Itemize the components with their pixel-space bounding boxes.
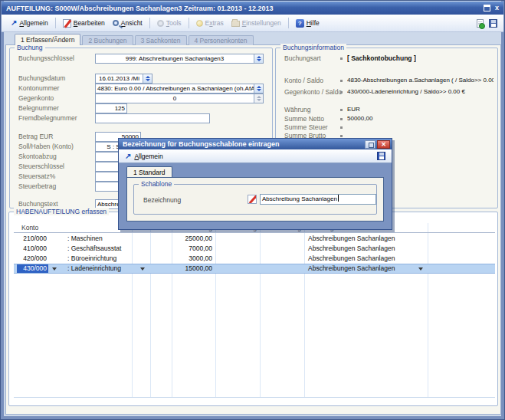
buchungsinformation-group-title: Buchungsinformation bbox=[280, 44, 346, 51]
tab-sachkonten[interactable]: 3 Sachkonten bbox=[135, 35, 187, 45]
steuersatz-label: Steuersatz% bbox=[18, 172, 93, 182]
dropdown-arrow-icon[interactable] bbox=[140, 267, 145, 271]
tools-icon bbox=[157, 20, 164, 27]
spinner-icon[interactable] bbox=[254, 54, 263, 63]
buchungsdatum-select[interactable]: 16.01.2013 /Mi bbox=[95, 74, 152, 84]
fremdbelegnummer-input[interactable] bbox=[95, 113, 210, 123]
bullet-icon bbox=[340, 135, 343, 137]
selected-konto-cell[interactable]: 430/000 bbox=[17, 264, 48, 273]
dialog-close-icon[interactable] bbox=[377, 140, 390, 149]
menu-separator bbox=[55, 18, 56, 28]
window-title: AUFTEILUNG: S000W/Abschreibungen Sachanl… bbox=[6, 5, 484, 12]
waehrung-value: EUR bbox=[347, 105, 494, 114]
dialog-restore-icon[interactable] bbox=[365, 140, 375, 149]
title-bar[interactable]: AUFTEILUNG: S000W/Abschreibungen Sachanl… bbox=[2, 2, 503, 15]
dropdown-arrow-icon[interactable] bbox=[52, 267, 57, 271]
form-row: Kontonummer 4830: Euro 0.00 / Abschreibu… bbox=[11, 84, 271, 94]
dialog-tab-standard[interactable]: 1 Standard bbox=[126, 166, 172, 177]
menu-einstellungen: Einstellungen bbox=[228, 18, 284, 28]
steuerbetrag-label: Steuerbetrag bbox=[18, 182, 93, 192]
tab-personenkonten[interactable]: 4 Personenkonten bbox=[189, 35, 254, 45]
dialog-menu-allgemein[interactable]: Allgemein bbox=[134, 153, 162, 160]
edit-icon bbox=[63, 19, 71, 28]
help-icon bbox=[296, 19, 304, 28]
arrow-ne-icon bbox=[125, 153, 131, 160]
table-row-selected[interactable]: 430/000 : Ladeneinrichtung 15000,00 Absc… bbox=[14, 264, 495, 274]
schablone-dialog: Bezeichnung für Buchungsschablone eintra… bbox=[118, 138, 392, 230]
tab-erfassen-aendern[interactable]: 1 Erfassen/Ändern bbox=[15, 34, 80, 45]
table-row[interactable]: 210/000 : Maschinen 25000,00 Abschreibun… bbox=[14, 234, 495, 244]
info-row: Gegenkonto / Saldo 430/000-Ladeneinricht… bbox=[277, 87, 497, 97]
menu-separator bbox=[149, 18, 150, 28]
betrag-label: Betrag EUR bbox=[18, 132, 93, 142]
tab-buchungen[interactable]: 2 Buchungen bbox=[82, 35, 133, 45]
menu-separator bbox=[189, 18, 189, 28]
dialog-title: Bezeichnung für Buchungsschablone eintra… bbox=[123, 139, 365, 149]
skontoabzug-label: Skontoabzug bbox=[18, 152, 93, 162]
sollhaben-label: Soll/Haben (Konto) bbox=[18, 142, 93, 152]
new-document-icon[interactable] bbox=[477, 19, 484, 28]
grid-line bbox=[14, 397, 495, 398]
habenaufteilung-group: HABENAUFTEILUNG erfassen Konto St.S St.%… bbox=[8, 212, 498, 406]
buchungsart-value: [ Sachkontobuchung ] bbox=[347, 54, 494, 63]
spinner-icon[interactable] bbox=[143, 74, 152, 83]
menu-bar: Allgemein Bearbeiten Ansicht Tools Extra… bbox=[2, 15, 503, 32]
info-row: Währung EUR bbox=[277, 105, 497, 114]
restore-icon[interactable] bbox=[484, 5, 490, 11]
bullet-icon bbox=[340, 80, 343, 82]
bezeichnung-label: Bezeichnung bbox=[143, 196, 181, 204]
table-row[interactable]: 420/000 : Büroeinrichtung 3000,00 Abschr… bbox=[14, 254, 495, 264]
info-row: Konto / Saldo 4830-Abschreibungen a.Sach… bbox=[277, 76, 497, 85]
dialog-title-bar[interactable]: Bezeichnung für Buchungsschablone eintra… bbox=[119, 139, 392, 149]
save-icon[interactable] bbox=[489, 19, 497, 28]
table-row[interactable]: 410/000 : Geschäftsausstat 7000,00 Absch… bbox=[14, 244, 495, 254]
schablone-group: Schablone Bezeichnung Abschreibung Sacha… bbox=[133, 184, 377, 215]
app-window: AUFTEILUNG: S000W/Abschreibungen Sachanl… bbox=[0, 0, 505, 420]
bulb-icon bbox=[196, 20, 203, 27]
menu-separator bbox=[288, 18, 289, 28]
tab-bar: 1 Erfassen/Ändern 2 Buchungen 3 Sachkont… bbox=[15, 34, 255, 45]
form-row: Belegnummer 125 bbox=[11, 103, 271, 113]
bezeichnung-input[interactable]: Abschreibung Sachanlagen bbox=[260, 194, 376, 205]
dialog-panel: Schablone Bezeichnung Abschreibung Sacha… bbox=[126, 177, 384, 221]
kontonummer-label: Kontonummer bbox=[18, 84, 93, 94]
info-row: Buchungsart [ Sachkontobuchung ] bbox=[277, 54, 497, 63]
gegenkonto-select[interactable]: 0 bbox=[95, 94, 264, 103]
menu-hilfe[interactable]: Hilfe bbox=[293, 18, 323, 29]
menu-bearbeiten[interactable]: Bearbeiten bbox=[60, 18, 108, 29]
gegenkonto-label: Gegenkonto bbox=[18, 94, 93, 103]
magnifier-icon bbox=[113, 20, 119, 26]
bullet-icon bbox=[340, 109, 343, 111]
schablone-group-title: Schablone bbox=[139, 180, 174, 188]
close-icon[interactable]: x bbox=[495, 5, 499, 11]
steuerschluessel-label: Steuerschlüssel bbox=[18, 162, 93, 172]
dropdown-arrow-icon[interactable] bbox=[418, 267, 423, 271]
aufteilung-table: Konto St.S St.% Nettobetrag Bruttobetrag… bbox=[14, 223, 495, 405]
belegnummer-input[interactable]: 125 bbox=[95, 103, 127, 113]
folder-icon bbox=[231, 21, 240, 27]
fremdbelegnummer-label: Fremdbelegnummer bbox=[18, 113, 93, 123]
habenaufteilung-group-title: HABENAUFTEILUNG erfassen bbox=[14, 208, 109, 215]
konto-saldo-value: 4830-Abschreibungen a.Sachanlagen ( / Sa… bbox=[347, 76, 494, 85]
edit-marker-icon[interactable] bbox=[248, 195, 257, 204]
menu-allgemein[interactable]: Allgemein bbox=[8, 18, 51, 28]
gegenkonto-saldo-value: 430/000-Ladeneinrichtung / Saldo>> 0.00 … bbox=[347, 87, 494, 97]
bullet-icon bbox=[340, 126, 343, 129]
menu-tools: Tools bbox=[154, 18, 185, 28]
dialog-tab-strip: 1 Standard bbox=[119, 163, 392, 177]
form-row: Gegenkonto 0 bbox=[11, 94, 271, 103]
buchungsdatum-label: Buchungsdatum bbox=[18, 74, 93, 84]
col-konto[interactable]: Konto bbox=[21, 223, 38, 232]
dialog-menu-bar: Allgemein bbox=[119, 149, 392, 163]
menu-ansicht[interactable]: Ansicht bbox=[110, 18, 146, 28]
spinner-icon[interactable] bbox=[254, 84, 263, 93]
text-caret bbox=[338, 195, 339, 202]
spinner-icon bbox=[254, 94, 263, 103]
kontonummer-select[interactable]: 4830: Euro 0.00 / Abschreibungen a.Sacha… bbox=[95, 84, 264, 94]
buchungsschluessel-label: Buchungsschlüssel bbox=[18, 54, 93, 64]
menu-extras: Extras bbox=[193, 18, 227, 28]
dialog-save-icon[interactable] bbox=[377, 152, 385, 160]
buchungsschluessel-select[interactable]: 999: Abschreibungen Sachanlagen3 bbox=[95, 54, 264, 64]
bullet-icon bbox=[340, 57, 343, 60]
bullet-icon bbox=[340, 118, 343, 120]
